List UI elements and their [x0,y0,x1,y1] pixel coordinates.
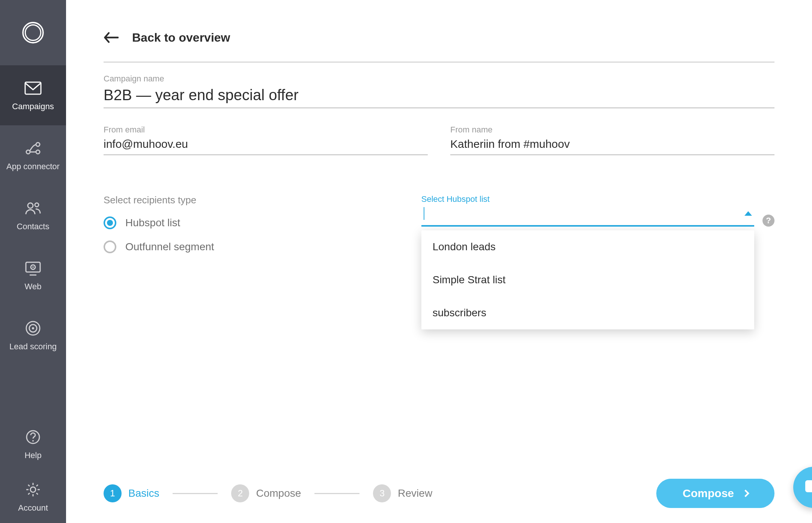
sidebar-item-account[interactable]: Account [0,470,66,523]
sidebar-item-label: Campaigns [12,102,54,111]
from-name-field: From name [450,125,774,155]
svg-point-16 [30,487,36,492]
hubspot-dropdown: London leads Simple Strat list subscribe… [421,230,754,329]
svg-point-7 [35,203,39,207]
hubspot-select-section: Select Hubspot list London leads Simple … [421,194,774,265]
sidebar-item-campaigns[interactable]: Campaigns [0,65,66,125]
sidebar-item-label: Web [25,282,42,292]
svg-point-4 [36,143,40,146]
target-icon [24,319,42,337]
help-tooltip-icon[interactable]: ? [762,215,774,227]
sidebar-item-lead-scoring[interactable]: Lead scoring [0,305,66,365]
radio-label: Hubspot list [125,217,180,229]
logo[interactable] [0,0,66,65]
dropdown-item[interactable]: subscribers [421,296,754,329]
compose-button[interactable]: Compose [656,479,774,508]
radio-icon [104,240,116,253]
svg-point-5 [36,150,40,154]
dropdown-item[interactable]: Simple Strat list [421,263,754,296]
step-label: Compose [256,487,301,499]
hubspot-select[interactable]: London leads Simple Strat list subscribe… [421,206,754,227]
step-divider [314,493,359,494]
svg-point-10 [32,266,34,268]
from-name-label: From name [450,125,774,135]
hubspot-select-label: Select Hubspot list [421,194,774,204]
connector-icon [24,139,42,157]
sidebar-item-label: Account [18,503,48,513]
sidebar-nav: Campaigns App connector Contacts Web Lea… [0,65,66,365]
envelope-icon [24,79,42,97]
campaign-name-field: Campaign name [104,74,774,108]
radio-outfunnel-segment[interactable]: Outfunnel segment [104,240,399,253]
step-basics[interactable]: 1 Basics [104,484,159,502]
radio-label: Outfunnel segment [125,241,214,253]
svg-point-1 [25,25,41,40]
sidebar-item-web[interactable]: Web [0,245,66,305]
svg-point-0 [23,23,43,43]
monitor-icon [24,259,42,277]
campaign-name-input[interactable] [104,85,774,108]
svg-rect-2 [25,82,41,94]
chat-widget[interactable] [793,467,812,508]
sidebar-item-help[interactable]: Help [0,418,66,470]
recipients-section-label: Select recipients type [104,194,399,206]
help-icon [24,428,42,446]
step-review[interactable]: 3 Review [373,484,432,502]
sidebar-item-label: App connector [6,162,60,171]
arrow-left-icon [104,30,119,45]
sidebar-item-label: Lead scoring [9,342,57,352]
compose-button-label: Compose [683,487,734,500]
sidebar-item-label: Contacts [17,222,50,231]
sidebar-item-contacts[interactable]: Contacts [0,185,66,245]
step-number: 2 [231,484,249,502]
sidebar-bottom: Help Account [0,418,66,523]
sidebar-item-label: Help [24,451,41,460]
sidebar: Campaigns App connector Contacts Web Lea… [0,0,66,523]
svg-point-6 [28,203,33,208]
caret-up-icon [744,211,752,216]
back-to-overview[interactable]: Back to overview [104,30,774,63]
step-compose[interactable]: 2 Compose [231,484,301,502]
step-number: 3 [373,484,391,502]
sidebar-item-app-connector[interactable]: App connector [0,125,66,185]
step-label: Basics [128,487,159,499]
step-number: 1 [104,484,122,502]
step-divider [173,493,218,494]
hubspot-select-input[interactable] [424,207,744,219]
gear-icon [24,481,42,499]
from-email-label: From email [104,125,428,135]
main-content: Back to overview Campaign name From emai… [66,0,812,523]
radio-icon [104,216,116,229]
svg-point-13 [32,327,34,329]
chat-icon [804,477,812,497]
recipients-type-section: Select recipients type Hubspot list Outf… [104,194,399,265]
from-email-field: From email [104,125,428,155]
logo-icon [21,21,45,44]
campaign-name-label: Campaign name [104,74,774,84]
chevron-right-icon [742,490,749,497]
radio-hubspot-list[interactable]: Hubspot list [104,216,399,229]
stepper: 1 Basics 2 Compose 3 Review [104,484,432,502]
from-name-input[interactable] [450,136,774,155]
back-label: Back to overview [132,31,230,45]
contacts-icon [24,199,42,217]
svg-point-15 [32,440,34,442]
stepper-footer: 1 Basics 2 Compose 3 Review Compose [104,479,774,508]
dropdown-item[interactable]: London leads [421,230,754,263]
from-email-input[interactable] [104,136,428,155]
step-label: Review [398,487,432,499]
